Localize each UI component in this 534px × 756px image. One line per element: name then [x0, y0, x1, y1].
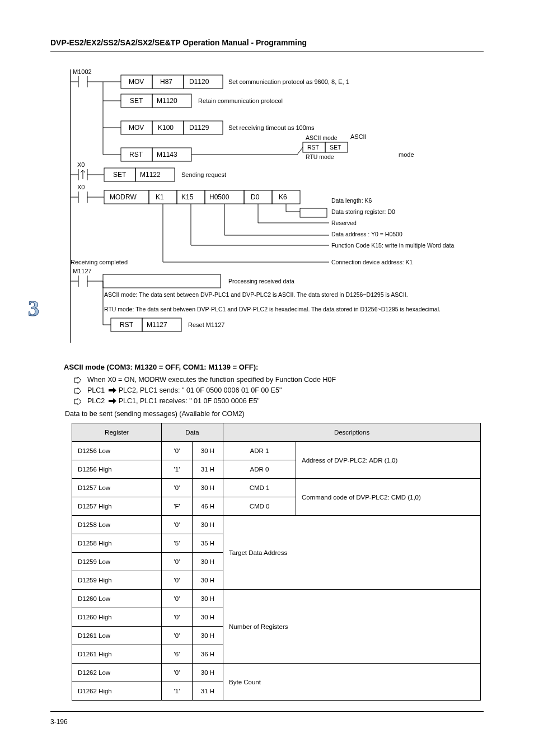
bullet-text: PLC2 PLC1, PLC1 receives: " 01 0F 0500 0… [87, 397, 260, 405]
svg-text:Data length: K6: Data length: K6 [331, 197, 372, 204]
footer-rule [50, 711, 484, 712]
svg-text:RTU mode: The data sent betwee: RTU mode: The data sent between DVP-PLC1… [104, 306, 441, 312]
svg-text:Data storing register: D0: Data storing register: D0 [331, 208, 395, 215]
svg-text:MODRW: MODRW [110, 193, 137, 201]
cell-data-char: 'F' [162, 497, 193, 516]
cell-data-char: '0' [162, 442, 193, 460]
ladder-diagram: M1002 MOV H87 D1120 Set communication pr… [71, 67, 485, 347]
cell-data-hex: 30 H [193, 553, 223, 571]
svg-text:SET: SET [113, 171, 127, 179]
svg-text:Set receiving timeout as 100ms: Set receiving timeout as 100ms [228, 124, 315, 131]
svg-text:M1143: M1143 [157, 151, 177, 158]
svg-text:ASCII mode: The data sent betw: ASCII mode: The data sent between DVP-PL… [104, 291, 408, 298]
svg-text:K100: K100 [158, 124, 174, 132]
cell-data-char: '0' [162, 627, 193, 645]
svg-text:K15: K15 [181, 193, 194, 201]
svg-text:H87: H87 [160, 78, 172, 86]
cell-data-hex: 31 H [193, 682, 223, 701]
cell-register: D1261 Low [72, 627, 162, 645]
bullet-item: When X0 = ON, MODRW executes the functio… [74, 376, 484, 384]
cell-data-hex: 30 H [193, 442, 223, 460]
svg-text:Reserved: Reserved [331, 220, 357, 226]
svg-text:Receiving completed: Receiving completed [71, 259, 128, 265]
svg-text:Sending request: Sending request [181, 171, 226, 178]
svg-text:ASCII mode: ASCII mode [306, 134, 338, 141]
bullet-text: PLC1 PLC2, PLC1 sends: " 01 0F 0500 0006… [87, 386, 282, 395]
svg-text:D0: D0 [251, 193, 260, 201]
table-row: D1260 Low'0'30 HNumber of Registers [72, 590, 481, 608]
cell-data-char: '0' [162, 664, 193, 682]
svg-text:RTU mode: RTU mode [306, 153, 334, 160]
svg-text:M1120: M1120 [157, 97, 177, 105]
svg-text:X0: X0 [77, 161, 85, 168]
svg-rect-98 [103, 274, 221, 288]
bullet-item: PLC1 PLC2, PLC1 sends: " 01 0F 0500 0006… [74, 386, 484, 395]
cell-data-char: '0' [162, 590, 193, 608]
svg-text:Connection device address: K1: Connection device address: K1 [331, 259, 413, 265]
cell-desc: Number of Registers [223, 590, 481, 664]
page-number: 3-196 [50, 718, 68, 726]
page-footer: 3-196 [50, 718, 484, 726]
cell-data-hex: 30 H [193, 571, 223, 590]
cell-data-hex: 30 H [193, 664, 223, 682]
svg-text:Data address : Y0 = H0500: Data address : Y0 = H0500 [331, 231, 402, 237]
frame-table: Register Data Descriptions D1256 Low'0'3… [72, 423, 480, 701]
svg-text:Set communication protocol as : Set communication protocol as 9600, 8, E… [228, 78, 349, 85]
cell-data-char: '0' [162, 553, 193, 571]
cell-data-char: '5' [162, 534, 193, 553]
svg-text:K6: K6 [279, 193, 287, 201]
col-desc: Descriptions [223, 423, 481, 442]
arrow-right-icon [109, 387, 116, 395]
cell-desc-label: ADR 1 [223, 442, 296, 460]
bullet-item: PLC2 PLC1, PLC1 receives: " 01 0F 0500 0… [74, 397, 484, 405]
header-left: DVP-ES2/EX2/SS2/SA2/SX2/SE&TP Operation … [50, 38, 307, 47]
svg-text:ASCII: ASCII [350, 133, 367, 140]
svg-text:H0500: H0500 [209, 193, 229, 201]
header-rule [50, 52, 484, 52]
arrow-right-icon [74, 397, 82, 405]
cell-data-hex: 36 H [193, 645, 223, 664]
arrow-right-icon [74, 376, 82, 384]
svg-text:X0: X0 [77, 184, 85, 190]
cell-data-hex: 30 H [193, 608, 223, 627]
svg-text:SET: SET [330, 144, 341, 151]
table-caption: Data to be sent (sending messages) (Avai… [65, 410, 484, 418]
svg-text:M1127: M1127 [147, 321, 167, 329]
table-row: D1258 Low'0'30 HTarget Data Address [72, 516, 481, 534]
svg-text:MOV: MOV [129, 78, 144, 86]
svg-text:MOV: MOV [129, 124, 144, 132]
svg-rect-79 [300, 208, 327, 217]
svg-text:D1120: D1120 [189, 78, 209, 86]
svg-text:Processing received data: Processing received data [228, 278, 294, 284]
cell-data-hex: 30 H [193, 479, 223, 497]
cell-register: D1257 High [72, 497, 162, 516]
arrow-right-icon [74, 386, 82, 395]
table-row: D1257 Low'0'30 HCMD 1Command code of DVP… [72, 479, 481, 497]
svg-line-41 [297, 147, 303, 155]
cell-data-char: '0' [162, 516, 193, 534]
table-row: D1262 Low'0'30 HByte Count [72, 664, 481, 682]
cell-data-hex: 46 H [193, 497, 223, 516]
cell-data-hex: 30 H [193, 590, 223, 608]
table-row: D1256 Low'0'30 HADR 1Address of DVP-PLC2… [72, 442, 481, 460]
cell-data-hex: 30 H [193, 516, 223, 534]
svg-text:Retain communication protocol: Retain communication protocol [198, 97, 283, 104]
cell-data-char: '6' [162, 645, 193, 664]
svg-text:Reset M1127: Reset M1127 [188, 321, 224, 328]
cell-register: D1260 High [72, 608, 162, 627]
cell-data-hex: 31 H [193, 460, 223, 479]
col-register: Register [72, 423, 162, 442]
svg-text:RST: RST [307, 144, 320, 151]
col-data: Data [162, 423, 223, 442]
cell-desc-label: CMD 0 [223, 497, 296, 516]
cell-data-hex: 30 H [193, 627, 223, 645]
cell-register: D1258 Low [72, 516, 162, 534]
cell-data-char: '0' [162, 479, 193, 497]
cell-register: D1259 High [72, 571, 162, 590]
cell-desc-label: CMD 1 [223, 479, 296, 497]
cell-register: D1260 Low [72, 590, 162, 608]
cell-data-hex: 35 H [193, 534, 223, 553]
svg-text:M1002: M1002 [73, 68, 92, 75]
cell-register: D1261 High [72, 645, 162, 664]
cell-register: D1256 High [72, 460, 162, 479]
